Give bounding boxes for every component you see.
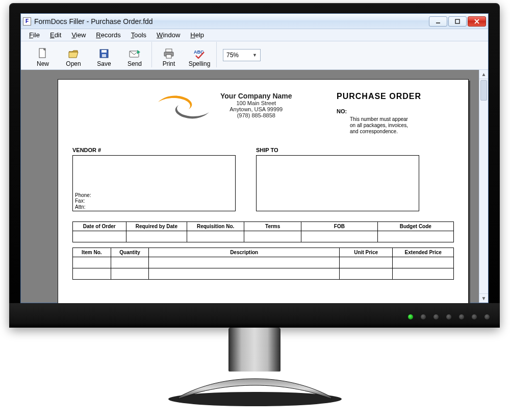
line-items-table: Item No. Quantity Description Unit Price… [72, 248, 454, 280]
print-icon [163, 48, 174, 59]
vendor-fax-label: Fax: [75, 198, 233, 204]
company-phone: (978) 885-8858 [220, 112, 292, 118]
menu-edit[interactable]: Edit [45, 30, 66, 40]
vertical-scrollbar[interactable]: ▲ ▼ [479, 70, 488, 303]
new-label: New [37, 60, 49, 67]
scroll-thumb[interactable] [480, 80, 487, 101]
monitor-neck [228, 328, 280, 372]
toolbar-group-file: New Open Save [26, 42, 152, 67]
menu-help[interactable]: Help [185, 30, 209, 40]
monitor-base [163, 367, 347, 407]
menu-view[interactable]: View [66, 30, 91, 40]
menu-file-label: ile [33, 31, 40, 39]
chevron-down-icon: ▼ [252, 53, 257, 58]
spelling-icon: ABC [194, 48, 205, 59]
svg-rect-7 [102, 54, 106, 57]
minimize-icon [436, 19, 441, 24]
menubar: File Edit View Records Tools Window Help [21, 29, 488, 41]
col-desc: Description [149, 248, 340, 257]
screen: F FormDocs Filler - Purchase Order.fdd [20, 13, 489, 303]
open-label: Open [66, 60, 81, 67]
close-button[interactable] [468, 16, 486, 27]
monitor-button[interactable] [472, 314, 477, 319]
workspace: Your Company Name 100 Main Street Anytow… [21, 70, 488, 303]
send-label: Send [128, 60, 142, 67]
col-item-no: Item No. [73, 248, 111, 257]
new-icon [37, 48, 48, 59]
col-fob: FOB [301, 222, 377, 231]
monitor-bezel: F FormDocs Filler - Purchase Order.fdd [9, 3, 500, 328]
col-terms: Terms [244, 222, 301, 231]
po-note-1: This number must appear [350, 116, 454, 122]
shipto-box[interactable] [256, 155, 419, 211]
col-unit: Unit Price [339, 248, 393, 257]
zoom-value: 75% [226, 52, 239, 59]
application-window: F FormDocs Filler - Purchase Order.fdd [20, 13, 489, 303]
col-qty: Quantity [111, 248, 149, 257]
send-icon [129, 48, 140, 59]
print-button[interactable]: Print [157, 48, 181, 67]
col-ext: Extended Price [393, 248, 454, 257]
table-row[interactable] [73, 231, 454, 242]
maximize-button[interactable] [448, 16, 467, 27]
menu-window[interactable]: Window [151, 30, 185, 40]
menu-tools[interactable]: Tools [126, 30, 151, 40]
company-name: Your Company Name [220, 92, 292, 100]
po-no-label: NO: [337, 108, 347, 114]
company-block: Your Company Name 100 Main Street Anytow… [153, 92, 327, 135]
monitor-button[interactable] [434, 314, 439, 319]
company-logo [153, 92, 214, 122]
monitor-button[interactable] [484, 314, 490, 319]
menu-records[interactable]: Records [91, 30, 125, 40]
company-addr1: 100 Main Street [220, 100, 292, 106]
vendor-phone-label: Phone: [75, 192, 233, 199]
scroll-up-button[interactable]: ▲ [479, 70, 488, 79]
monitor-button[interactable] [459, 314, 464, 319]
window-controls [429, 16, 486, 27]
scroll-down-button[interactable]: ▼ [479, 293, 488, 303]
open-icon [68, 48, 79, 59]
table-row[interactable] [73, 268, 454, 280]
vendor-box[interactable]: Phone: Fax: Attn: [72, 155, 236, 211]
app-icon: F [23, 17, 31, 26]
monitor-controls-strip [9, 303, 500, 328]
monitor-button[interactable] [421, 314, 426, 319]
power-led [408, 314, 413, 319]
zoom-dropdown[interactable]: 75% ▼ [223, 49, 261, 61]
spelling-label: Spelling [189, 60, 211, 67]
col-date: Date of Order [73, 222, 126, 231]
send-button[interactable]: Send [123, 48, 146, 67]
col-budget: Budget Code [377, 222, 453, 231]
svg-rect-6 [101, 50, 107, 53]
address-boxes: VENDOR # Phone: Fax: Attn: SHIP TO [72, 147, 454, 211]
svg-rect-1 [455, 19, 460, 23]
form-header: Your Company Name 100 Main Street Anytow… [72, 92, 454, 135]
svg-point-13 [168, 392, 342, 406]
open-button[interactable]: Open [62, 48, 85, 67]
order-meta-table: Date of Order Required by Date Requisiti… [72, 221, 454, 242]
spelling-button[interactable]: ABC Spelling [188, 48, 211, 67]
toolbar: New Open Save [21, 41, 488, 70]
form-page[interactable]: Your Company Name 100 Main Street Anytow… [58, 79, 469, 303]
shipto-label: SHIP TO [256, 147, 419, 153]
menu-help-label: elp [195, 31, 204, 39]
toolbar-group-tools: Print ABC Spelling [152, 42, 217, 67]
svg-rect-9 [166, 49, 172, 52]
menu-file[interactable]: File [24, 30, 45, 40]
save-button[interactable]: Save [92, 48, 116, 67]
col-required: Required by Date [126, 222, 187, 231]
svg-rect-11 [166, 55, 171, 58]
menu-tools-label: ools [134, 31, 146, 39]
table-row[interactable] [73, 257, 454, 268]
maximize-icon [455, 19, 460, 24]
po-note-3: and correspondence. [350, 129, 454, 135]
monitor-button[interactable] [446, 314, 451, 319]
window-title: FormDocs Filler - Purchase Order.fdd [34, 17, 429, 26]
new-button[interactable]: New [31, 48, 55, 67]
minimize-button[interactable] [429, 16, 447, 27]
titlebar: F FormDocs Filler - Purchase Order.fdd [21, 14, 488, 29]
menu-window-label: indow [163, 31, 180, 39]
print-label: Print [163, 60, 175, 67]
save-label: Save [97, 60, 111, 67]
company-addr2: Anytown, USA 99999 [220, 106, 292, 112]
